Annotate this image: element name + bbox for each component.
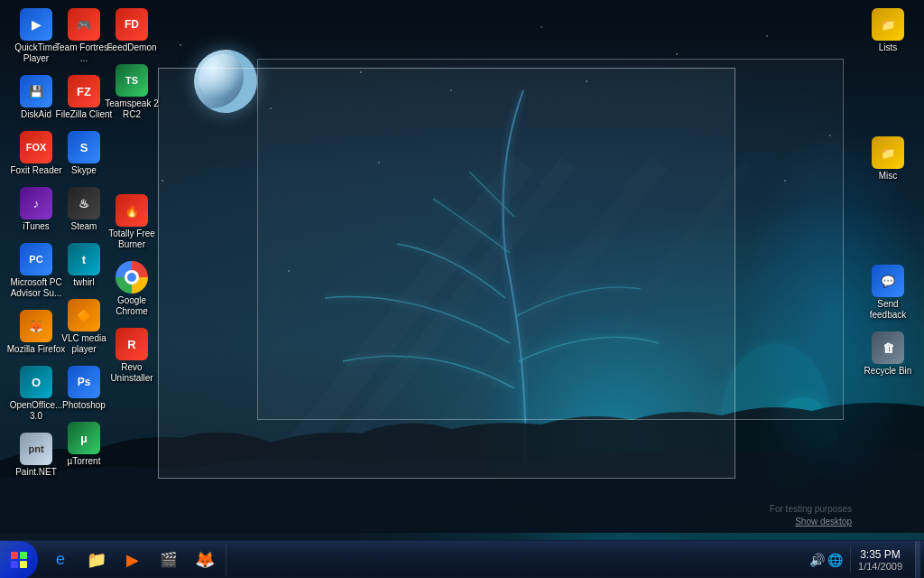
svg-rect-9: [20, 561, 27, 568]
taskbar-firefox[interactable]: 🦊: [188, 544, 222, 576]
taskbar-pinned-apps: e 📁 ▶ 🎬 🦊: [40, 544, 226, 576]
icon-column-3: FD FeedDemon TS Teamspeak 2 RC2 🔥 Totall…: [100, 5, 163, 387]
taskbar-right: 🔊 🌐 3:35 PM 1/14/2009: [802, 541, 924, 579]
system-tray: 🔊 🌐: [806, 553, 846, 567]
icon-skype[interactable]: S Skype: [52, 127, 116, 180]
show-desktop-link[interactable]: Show desktop: [770, 516, 852, 528]
tray-network[interactable]: 🌐: [827, 553, 843, 567]
icon-totallyFree[interactable]: 🔥 Totally Free Burner: [100, 191, 163, 254]
windows-watermark: For testing purposes Show desktop: [770, 503, 852, 528]
icon-teamspeak[interactable]: TS Teamspeak 2 RC2: [100, 61, 163, 124]
svg-rect-8: [11, 561, 18, 568]
icon-revo[interactable]: R Revo Uninstaller: [100, 324, 163, 387]
taskbar-explorer[interactable]: 📁: [79, 544, 114, 576]
tray-volume[interactable]: 🔊: [809, 553, 825, 567]
taskbar-media[interactable]: ▶: [116, 544, 150, 576]
show-desktop-btn[interactable]: [915, 541, 920, 579]
svg-rect-7: [20, 552, 27, 559]
start-button[interactable]: [0, 541, 38, 579]
icon-sendfeedback[interactable]: 💬 Send feedback: [856, 261, 919, 324]
desktop: ▶ QuickTime Player 💾 DiskAid FOX Foxit R…: [0, 0, 924, 578]
taskbar-ie[interactable]: e: [43, 544, 78, 576]
icon-misc[interactable]: 📁 Misc: [856, 133, 919, 185]
svg-rect-6: [11, 552, 18, 559]
icon-utorrent[interactable]: µ µTorrent: [52, 418, 116, 471]
icon-chrome[interactable]: Google Chrome: [100, 257, 163, 321]
taskbar-movie[interactable]: 🎬: [152, 544, 186, 576]
clock[interactable]: 3:35 PM 1/14/2009: [850, 546, 910, 573]
icon-feeddemon[interactable]: FD FeedDemon: [100, 5, 163, 57]
taskbar: e 📁 ▶ 🎬 🦊 🔊 🌐 3:35 PM 1/14/2009: [0, 540, 924, 578]
icon-recyclebin[interactable]: 🗑 Recycle Bin: [856, 328, 919, 380]
icon-lists[interactable]: 📁 Lists: [856, 5, 919, 57]
